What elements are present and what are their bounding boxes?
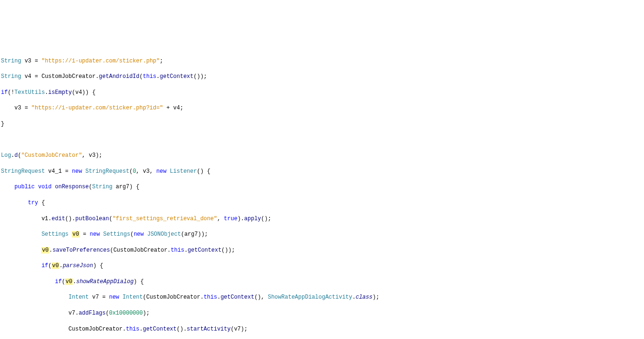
code-line[interactable]: Settings v0 = new Settings(new JSONObjec… <box>1 231 643 239</box>
code-line[interactable]: v3 = "https://i-updater.com/sticker.php?… <box>1 104 643 112</box>
code-line[interactable]: Intent v7 = new Intent(CustomJobCreator.… <box>1 293 643 301</box>
code-line[interactable] <box>1 136 643 144</box>
code-line[interactable]: try { <box>1 199 643 207</box>
code-line[interactable]: Log.d("CustomJobCreator", v3); <box>1 152 643 160</box>
code-line[interactable]: CustomJobCreator.this.getContext().start… <box>1 325 643 333</box>
code-line[interactable]: if(!TextUtils.isEmpty(v4)) { <box>1 89 643 97</box>
code-line[interactable]: String v3 = "https://i-updater.com/stick… <box>1 57 643 65</box>
code-line[interactable]: if(v0.showRateAppDialog) { <box>1 278 643 286</box>
code-line[interactable]: StringRequest v4_1 = new StringRequest(0… <box>1 168 643 176</box>
code-line[interactable]: if(v0.parseJson) { <box>1 262 643 270</box>
code-line[interactable]: v7.addFlags(0x10000000); <box>1 309 643 317</box>
code-line[interactable]: public void onResponse(String arg7) { <box>1 183 643 191</box>
code-line[interactable]: } <box>1 120 643 128</box>
code-line[interactable]: v1.edit().putBoolean("first_settings_ret… <box>1 215 643 223</box>
code-viewer[interactable]: String v3 = "https://i-updater.com/stick… <box>0 47 644 339</box>
code-line[interactable]: v0.saveToPreferences(CustomJobCreator.th… <box>1 247 643 254</box>
code-line[interactable]: String v4 = CustomJobCreator.getAndroidI… <box>1 73 643 81</box>
